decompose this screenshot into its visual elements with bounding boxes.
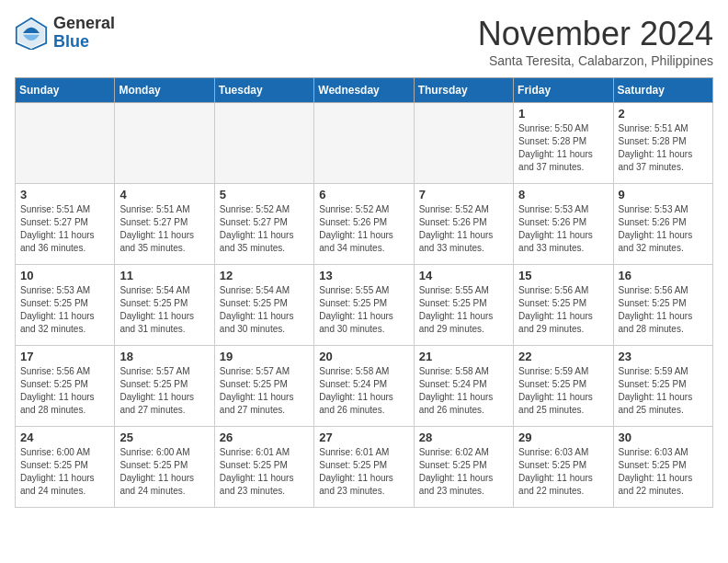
day-info: Sunrise: 5:53 AM Sunset: 5:25 PM Dayligh…	[20, 284, 109, 336]
calendar-cell: 7Sunrise: 5:52 AM Sunset: 5:26 PM Daylig…	[414, 184, 513, 265]
calendar-cell: 20Sunrise: 5:58 AM Sunset: 5:24 PM Dayli…	[314, 346, 414, 427]
day-info: Sunrise: 5:53 AM Sunset: 5:26 PM Dayligh…	[619, 203, 708, 255]
calendar-cell: 1Sunrise: 5:50 AM Sunset: 5:28 PM Daylig…	[514, 103, 613, 184]
week-row-1: 1Sunrise: 5:50 AM Sunset: 5:28 PM Daylig…	[16, 103, 713, 184]
day-info: Sunrise: 6:03 AM Sunset: 5:25 PM Dayligh…	[619, 446, 708, 498]
day-info: Sunrise: 5:51 AM Sunset: 5:27 PM Dayligh…	[20, 203, 109, 255]
calendar-cell: 26Sunrise: 6:01 AM Sunset: 5:25 PM Dayli…	[214, 427, 313, 508]
calendar-cell: 14Sunrise: 5:55 AM Sunset: 5:25 PM Dayli…	[414, 265, 513, 346]
day-info: Sunrise: 5:57 AM Sunset: 5:25 PM Dayligh…	[220, 365, 309, 417]
weekday-header-sunday: Sunday	[16, 78, 115, 103]
day-number: 3	[20, 188, 109, 201]
calendar-title: November 2024	[478, 15, 713, 53]
calendar-cell: 25Sunrise: 6:00 AM Sunset: 5:25 PM Dayli…	[115, 427, 214, 508]
day-info: Sunrise: 6:00 AM Sunset: 5:25 PM Dayligh…	[119, 446, 209, 498]
day-number: 29	[518, 431, 608, 444]
calendar-cell: 11Sunrise: 5:54 AM Sunset: 5:25 PM Dayli…	[115, 265, 214, 346]
day-info: Sunrise: 5:52 AM Sunset: 5:26 PM Dayligh…	[319, 203, 408, 255]
day-info: Sunrise: 5:55 AM Sunset: 5:25 PM Dayligh…	[319, 284, 408, 336]
calendar-cell: 4Sunrise: 5:51 AM Sunset: 5:27 PM Daylig…	[115, 184, 214, 265]
calendar-cell	[16, 103, 115, 184]
day-info: Sunrise: 5:54 AM Sunset: 5:25 PM Dayligh…	[220, 284, 309, 336]
day-number: 5	[220, 188, 309, 201]
calendar-cell: 2Sunrise: 5:51 AM Sunset: 5:28 PM Daylig…	[613, 103, 712, 184]
day-info: Sunrise: 5:56 AM Sunset: 5:25 PM Dayligh…	[619, 284, 708, 336]
calendar-cell: 17Sunrise: 5:56 AM Sunset: 5:25 PM Dayli…	[16, 346, 115, 427]
day-info: Sunrise: 5:56 AM Sunset: 5:25 PM Dayligh…	[20, 365, 109, 417]
weekday-header-saturday: Saturday	[613, 78, 712, 103]
day-info: Sunrise: 6:01 AM Sunset: 5:25 PM Dayligh…	[220, 446, 309, 498]
day-number: 18	[119, 350, 209, 363]
day-number: 2	[619, 107, 708, 121]
calendar-cell	[115, 103, 214, 184]
day-number: 26	[220, 431, 309, 444]
calendar-subtitle: Santa Teresita, Calabarzon, Philippines	[478, 53, 713, 68]
logo: General Blue	[15, 15, 115, 52]
calendar-cell: 9Sunrise: 5:53 AM Sunset: 5:26 PM Daylig…	[613, 184, 712, 265]
day-number: 9	[619, 188, 708, 201]
day-info: Sunrise: 5:52 AM Sunset: 5:27 PM Dayligh…	[220, 203, 309, 255]
day-info: Sunrise: 5:54 AM Sunset: 5:25 PM Dayligh…	[119, 284, 209, 336]
day-info: Sunrise: 5:50 AM Sunset: 5:28 PM Dayligh…	[518, 122, 608, 174]
calendar-cell: 3Sunrise: 5:51 AM Sunset: 5:27 PM Daylig…	[16, 184, 115, 265]
day-number: 7	[419, 188, 508, 201]
day-info: Sunrise: 5:51 AM Sunset: 5:27 PM Dayligh…	[119, 203, 209, 255]
day-number: 28	[419, 431, 508, 444]
calendar-cell: 16Sunrise: 5:56 AM Sunset: 5:25 PM Dayli…	[613, 265, 712, 346]
week-row-5: 24Sunrise: 6:00 AM Sunset: 5:25 PM Dayli…	[16, 427, 713, 508]
day-number: 6	[319, 188, 408, 201]
day-number: 21	[419, 350, 508, 363]
day-number: 27	[319, 431, 408, 444]
day-info: Sunrise: 5:59 AM Sunset: 5:25 PM Dayligh…	[518, 365, 608, 417]
day-number: 4	[119, 188, 209, 201]
day-number: 23	[619, 350, 708, 363]
day-info: Sunrise: 6:02 AM Sunset: 5:25 PM Dayligh…	[419, 446, 508, 498]
calendar-cell: 13Sunrise: 5:55 AM Sunset: 5:25 PM Dayli…	[314, 265, 414, 346]
day-number: 19	[220, 350, 309, 363]
day-info: Sunrise: 5:59 AM Sunset: 5:25 PM Dayligh…	[619, 365, 708, 417]
logo-icon	[15, 17, 48, 50]
calendar-table: SundayMondayTuesdayWednesdayThursdayFrid…	[15, 77, 713, 508]
calendar-cell: 8Sunrise: 5:53 AM Sunset: 5:26 PM Daylig…	[514, 184, 613, 265]
day-info: Sunrise: 5:51 AM Sunset: 5:28 PM Dayligh…	[619, 122, 708, 174]
day-number: 8	[518, 188, 608, 201]
calendar-cell: 15Sunrise: 5:56 AM Sunset: 5:25 PM Dayli…	[514, 265, 613, 346]
day-info: Sunrise: 5:57 AM Sunset: 5:25 PM Dayligh…	[119, 365, 209, 417]
day-number: 25	[119, 431, 209, 444]
calendar-cell: 18Sunrise: 5:57 AM Sunset: 5:25 PM Dayli…	[115, 346, 214, 427]
calendar-cell: 22Sunrise: 5:59 AM Sunset: 5:25 PM Dayli…	[514, 346, 613, 427]
day-info: Sunrise: 5:58 AM Sunset: 5:24 PM Dayligh…	[319, 365, 408, 417]
calendar-cell: 12Sunrise: 5:54 AM Sunset: 5:25 PM Dayli…	[214, 265, 313, 346]
calendar-cell	[414, 103, 513, 184]
logo-text: General Blue	[53, 15, 115, 52]
calendar-cell: 23Sunrise: 5:59 AM Sunset: 5:25 PM Dayli…	[613, 346, 712, 427]
day-number: 11	[119, 269, 209, 282]
calendar-header: SundayMondayTuesdayWednesdayThursdayFrid…	[16, 78, 713, 103]
calendar-cell: 30Sunrise: 6:03 AM Sunset: 5:25 PM Dayli…	[613, 427, 712, 508]
day-number: 17	[20, 350, 109, 363]
day-info: Sunrise: 6:03 AM Sunset: 5:25 PM Dayligh…	[518, 446, 608, 498]
calendar-cell: 29Sunrise: 6:03 AM Sunset: 5:25 PM Dayli…	[514, 427, 613, 508]
calendar-cell: 27Sunrise: 6:01 AM Sunset: 5:25 PM Dayli…	[314, 427, 414, 508]
weekday-header-friday: Friday	[514, 78, 613, 103]
weekday-header-tuesday: Tuesday	[214, 78, 313, 103]
day-info: Sunrise: 6:00 AM Sunset: 5:25 PM Dayligh…	[20, 446, 109, 498]
weekday-header-monday: Monday	[115, 78, 214, 103]
calendar-cell	[214, 103, 313, 184]
weekday-header-wednesday: Wednesday	[314, 78, 414, 103]
day-number: 13	[319, 269, 408, 282]
day-info: Sunrise: 5:52 AM Sunset: 5:26 PM Dayligh…	[419, 203, 508, 255]
day-info: Sunrise: 5:55 AM Sunset: 5:25 PM Dayligh…	[419, 284, 508, 336]
weekday-header-row: SundayMondayTuesdayWednesdayThursdayFrid…	[16, 78, 713, 103]
day-info: Sunrise: 5:56 AM Sunset: 5:25 PM Dayligh…	[518, 284, 608, 336]
day-info: Sunrise: 5:53 AM Sunset: 5:26 PM Dayligh…	[518, 203, 608, 255]
day-number: 24	[20, 431, 109, 444]
day-number: 16	[619, 269, 708, 282]
week-row-3: 10Sunrise: 5:53 AM Sunset: 5:25 PM Dayli…	[16, 265, 713, 346]
day-number: 20	[319, 350, 408, 363]
calendar-cell: 21Sunrise: 5:58 AM Sunset: 5:24 PM Dayli…	[414, 346, 513, 427]
calendar-cell: 5Sunrise: 5:52 AM Sunset: 5:27 PM Daylig…	[214, 184, 313, 265]
day-number: 1	[518, 107, 608, 121]
calendar-cell	[314, 103, 414, 184]
weekday-header-thursday: Thursday	[414, 78, 513, 103]
